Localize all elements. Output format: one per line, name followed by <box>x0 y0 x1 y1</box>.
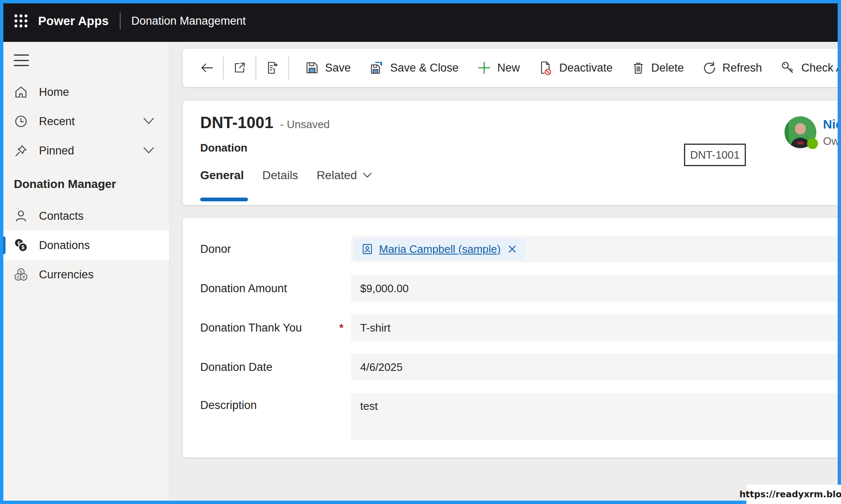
donation-date-field[interactable]: 4/6/2025 <box>351 354 841 381</box>
sidebar-item-label: Recent <box>39 115 75 128</box>
power-apps-window: Power Apps Donation Management Home <box>0 0 841 504</box>
back-arrow-icon <box>199 60 214 75</box>
field-value: T-shirt <box>351 321 390 334</box>
field-label: Description <box>200 399 257 412</box>
deactivate-label: Deactivate <box>559 62 613 75</box>
sitemap-sidebar: Home Recent <box>0 42 170 504</box>
back-button[interactable] <box>198 56 216 80</box>
check-access-button[interactable]: Check Access <box>780 60 841 75</box>
sidebar-item-home[interactable]: Home <box>0 77 169 107</box>
chevron-down-icon <box>362 172 373 179</box>
main-content: Save Save & Close New <box>169 42 841 504</box>
delete-button[interactable]: Delete <box>631 61 684 75</box>
delete-label: Delete <box>651 62 684 75</box>
field-label: Donation Thank You <box>200 321 302 334</box>
lookup-chip: Maria Campbell (sample) <box>354 239 525 260</box>
save-label: Save <box>325 62 351 75</box>
open-in-new-window-button[interactable] <box>230 56 249 80</box>
remove-lookup-button[interactable] <box>506 243 519 255</box>
contact-card-icon <box>361 243 374 255</box>
field-row-donation-amount: Donation Amount $9,000.00 <box>183 275 841 302</box>
field-row-donation-thank-you: Donation Thank You * T-shirt <box>183 314 841 341</box>
sidebar-item-contacts[interactable]: Contacts <box>0 201 169 231</box>
donation-thank-you-field[interactable]: T-shirt <box>351 314 841 341</box>
field-label: Donor <box>200 243 231 256</box>
topbar-divider <box>120 13 121 29</box>
sidebar-item-label: Donations <box>39 239 90 252</box>
annotation-box: DNT-1001 <box>684 144 746 166</box>
tab-general[interactable]: General <box>200 169 244 182</box>
waffle-icon <box>14 14 28 28</box>
donor-record-link[interactable]: Maria Campbell (sample) <box>379 243 500 256</box>
sidebar-item-recent[interactable]: Recent <box>0 107 169 136</box>
app-name[interactable]: Power Apps <box>38 14 109 28</box>
save-and-close-button[interactable]: Save & Close <box>369 60 459 75</box>
trash-icon <box>631 61 645 75</box>
donor-lookup-field[interactable]: Maria Campbell (sample) <box>351 236 841 262</box>
record-header: DNT-1001 - Unsaved Donation General Deta… <box>183 100 841 205</box>
field-row-description: Description test <box>183 393 841 440</box>
currency-coins-icon: $ € ¥ <box>14 267 28 282</box>
field-row-donor: Donor Maria Campbell (sample) <box>183 236 841 262</box>
command-bar: Save Save & Close New <box>183 49 841 87</box>
required-asterisk: * <box>339 321 351 334</box>
sidebar-item-currencies[interactable]: $ € ¥ Currencies <box>0 260 169 289</box>
deactivate-button[interactable]: Deactivate <box>538 60 613 75</box>
form-tabs: General Details Related <box>200 169 391 182</box>
record-title: DNT-1001 <box>200 114 273 132</box>
deactivate-icon <box>538 60 553 75</box>
plus-icon <box>477 61 491 75</box>
sitemap-collapse-button[interactable] <box>14 54 29 66</box>
svg-text:$: $ <box>21 244 25 250</box>
field-label: Donation Amount <box>200 282 287 295</box>
person-icon <box>14 209 28 223</box>
commandbar-divider <box>255 56 256 80</box>
form-assist-button[interactable] <box>263 56 281 80</box>
description-field[interactable]: test <box>351 393 841 440</box>
hamburger-icon <box>14 54 29 56</box>
tab-related[interactable]: Related <box>317 169 373 182</box>
owner-block[interactable]: Nick Doelman Owner <box>784 116 841 148</box>
app-launcher-button[interactable] <box>14 14 28 28</box>
field-value: test <box>351 393 378 413</box>
save-close-label: Save & Close <box>390 62 459 75</box>
home-icon <box>14 85 28 99</box>
field-row-donation-date: Donation Date 4/6/2025 <box>183 354 841 381</box>
record-entity-type: Donation <box>200 141 248 154</box>
app-title[interactable]: Donation Management <box>132 15 246 28</box>
chevron-down-icon[interactable] <box>142 117 156 126</box>
field-value: $9,000.00 <box>351 282 409 295</box>
field-label: Donation Date <box>200 361 273 374</box>
selected-accent-bar <box>2 237 5 254</box>
watermark-url: https://readyxrm.blog <box>739 489 841 499</box>
save-button[interactable]: Save <box>305 61 351 75</box>
active-tab-underline <box>200 198 248 201</box>
svg-text:¥: ¥ <box>22 275 25 280</box>
record-save-status: - Unsaved <box>280 118 330 131</box>
clock-icon <box>14 114 28 129</box>
new-button[interactable]: New <box>477 61 520 75</box>
tab-details[interactable]: Details <box>262 169 298 182</box>
sidebar-item-donations[interactable]: € $ Donations <box>0 231 169 260</box>
refresh-button[interactable]: Refresh <box>702 61 762 75</box>
owner-name[interactable]: Nick Doelman <box>823 117 841 131</box>
avatar <box>784 116 816 148</box>
refresh-label: Refresh <box>722 62 762 75</box>
check-access-label: Check Access <box>801 62 841 75</box>
sidebar-item-label: Contacts <box>39 210 84 223</box>
donation-amount-field[interactable]: $9,000.00 <box>351 275 841 302</box>
key-icon <box>780 60 795 75</box>
refresh-icon <box>702 61 717 75</box>
svg-text:€: € <box>17 275 20 280</box>
pin-icon <box>14 144 28 158</box>
commandbar-divider <box>223 56 224 80</box>
sidebar-item-label: Home <box>39 86 69 99</box>
svg-text:$: $ <box>20 270 23 275</box>
sidebar-group-heading: Donation Manager <box>0 174 169 195</box>
save-close-icon <box>369 60 384 75</box>
sidebar-item-pinned[interactable]: Pinned <box>0 136 169 165</box>
watermark-box: https://readyxrm.blog <box>746 485 841 504</box>
new-label: New <box>497 62 520 75</box>
chevron-down-icon[interactable] <box>142 146 156 155</box>
save-icon <box>305 61 319 75</box>
